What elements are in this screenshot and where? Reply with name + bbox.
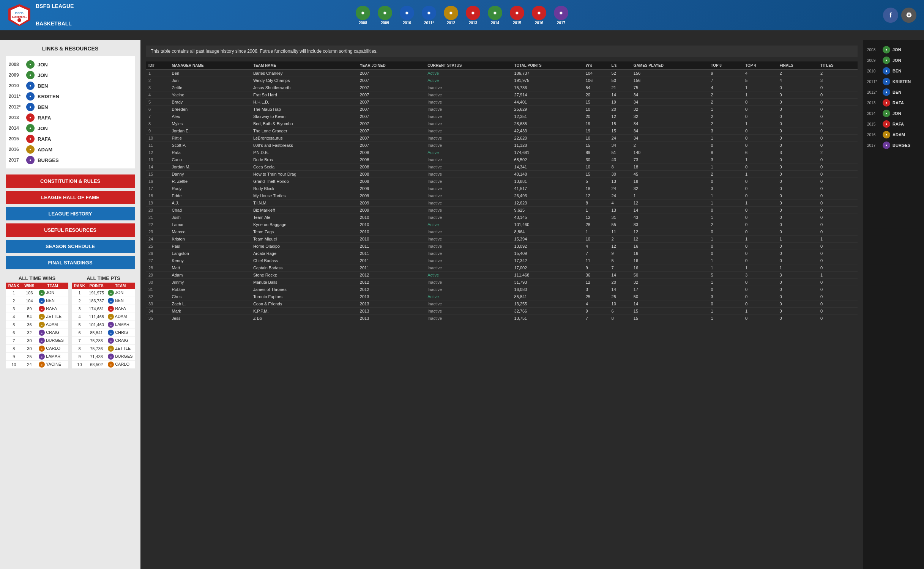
table-row: 20 Chad Biz Markieff 2009 Inactive 9,625… xyxy=(146,207,858,214)
table-row: 1 Ben Barles Charkley 2007 Active 186,73… xyxy=(146,70,858,77)
sidebar-champion-row: 2008●JON xyxy=(9,59,132,70)
table-row: 14 Jordan M. Coca Scola 2008 Inactive 14… xyxy=(146,163,858,171)
table-row: 23 Marcco Team Zags 2010 Inactive 8,864 … xyxy=(146,228,858,236)
table-row: 18 Edde My House Turtles 2009 Inactive 2… xyxy=(146,192,858,200)
champion-header-item: ●2011* xyxy=(422,6,436,25)
useful-resources-button[interactable]: USEFUL RESOURCES xyxy=(6,223,135,237)
table-row: 33 Zach L. Coon & Friends 2013 Inactive … xyxy=(146,300,858,308)
champion-header-item: ●2013 xyxy=(466,6,480,25)
right-champion-row: 2010●BEN xyxy=(867,66,920,76)
right-champion-row: 2011*●KRISTEN xyxy=(867,76,920,87)
table-header: YEAR JOINED xyxy=(358,61,425,70)
table-row: 26 Langston Arcata Rage 2011 Inactive 15… xyxy=(146,250,858,257)
table-notice: This table contains all past leauge hist… xyxy=(146,46,858,57)
season-schedule-button[interactable]: SEASON SCHEDULE xyxy=(6,240,135,253)
sidebar-champion-row: 2010●BEN xyxy=(9,80,132,91)
hall-of-fame-button[interactable]: LEAGUE HALL OF FAME xyxy=(6,191,135,204)
table-row: 22 Lamar Kyrie on Baggage 2010 Active 10… xyxy=(146,221,858,228)
right-sidebar: 2008●JON2009●JON2010●BEN2011*●KRISTEN201… xyxy=(863,40,924,569)
table-row: 1068,502● CARLO xyxy=(72,361,135,369)
table-row: 10 Flittie LeBrontosaurus 2007 Inactive … xyxy=(146,135,858,142)
all-time-pts-table: ALL TIME PTS RANK POINTS TEAM 1191,975● … xyxy=(72,275,135,369)
main-content: LINKS & RESOURCES 2008●JON2009●JON2010●B… xyxy=(0,40,924,569)
table-row: 5101,460● LAMAR xyxy=(72,321,135,329)
champion-list: 2008●JON2009●JON2010●BEN2011*●KRISTEN201… xyxy=(6,56,135,168)
right-champion-row: 2008●JON xyxy=(867,44,920,55)
table-row: 7 Alex Stairway to Kevin 2007 Inactive 1… xyxy=(146,113,858,120)
table-row: 1106● JON xyxy=(6,289,68,297)
final-standings-button[interactable]: FINAL STANDINGS xyxy=(6,256,135,269)
table-row: 536● ADAM xyxy=(6,321,68,329)
wins-wins-header: WINS xyxy=(22,283,37,289)
table-row: 1191,975● JON xyxy=(72,289,135,297)
main-table-area: This table contains all past leauge hist… xyxy=(140,40,863,569)
table-row: 830● CARLO xyxy=(6,345,68,353)
table-header: GAMES PLAYED xyxy=(631,61,709,70)
title-line1: BSFB LEAGUE xyxy=(36,3,74,9)
table-row: 9 Jordan E. The Lone Granger 2007 Inacti… xyxy=(146,127,858,135)
header-right: f ⚙ xyxy=(883,8,916,23)
champion-header-item: ●2016 xyxy=(532,6,546,25)
sidebar-champion-row: 2015●RAFA xyxy=(9,134,132,144)
table-row: 2104● BEN xyxy=(6,297,68,305)
logo-area: BSFB BASKETBALL BSFB LEAGUEBASKETBALL xyxy=(8,3,74,27)
table-row: 8 Myles Bed, Bath & Biyombo 2007 Inactiv… xyxy=(146,120,858,127)
table-header: TOP 8 xyxy=(708,61,743,70)
wins-team-header: TEAM xyxy=(37,283,68,289)
table-row: 27 Kenny Chief Badass 2011 Inactive 17,3… xyxy=(146,257,858,264)
table-row: 32 Chris Toronto Faptors 2013 Active 85,… xyxy=(146,293,858,300)
left-sidebar: LINKS & RESOURCES 2008●JON2009●JON2010●B… xyxy=(0,40,140,569)
league-table: ID#MANAGER NAMETEAM NAMEYEAR JOINEDCURRE… xyxy=(146,61,858,322)
header-champions: ●2008●2009●2010●2011*●2012●2013●2014●201… xyxy=(356,6,568,25)
title-line2: BASKETBALL xyxy=(36,21,74,27)
header: BSFB BASKETBALL BSFB LEAGUEBASKETBALL ●2… xyxy=(0,0,924,30)
svg-point-4 xyxy=(17,18,21,22)
champion-header-item: ●2012 xyxy=(444,6,458,25)
champion-header-item: ●2009 xyxy=(378,6,392,25)
table-row: 632● CRAIG xyxy=(6,329,68,337)
settings-button[interactable]: ⚙ xyxy=(901,8,916,23)
table-header: TOTAL POINTS xyxy=(512,61,583,70)
all-time-wins-table: ALL TIME WINS RANK WINS TEAM 1106● JON21… xyxy=(6,275,68,369)
pts-points-header: POINTS xyxy=(87,283,106,289)
table-row: 24 Kristen Team Miguel 2010 Inactive 15,… xyxy=(146,236,858,243)
pts-title: ALL TIME PTS xyxy=(72,275,135,281)
sidebar-champion-row: 2012*●BEN xyxy=(9,102,132,112)
table-row: 15 Danny How to Train Your Drag 2008 Ina… xyxy=(146,171,858,178)
right-champion-row: 2009●JON xyxy=(867,55,920,66)
table-row: 28 Matt Captain Badass 2011 Inactive 17,… xyxy=(146,264,858,272)
table-row: 30 Jimmy Manute Balls 2012 Inactive 31,7… xyxy=(146,279,858,286)
table-row: 971,438● BURGES xyxy=(72,353,135,361)
table-row: 19 A.J. T.I.N.M. 2009 Inactive 12,623 8 … xyxy=(146,200,858,207)
table-header: TITLES xyxy=(818,61,858,70)
table-row: 13 Carlo Dude Bros 2008 Inactive 68,502 … xyxy=(146,156,858,163)
champion-header-item: ●2017 xyxy=(554,6,568,25)
links-resources-title: LINKS & RESOURCES xyxy=(6,46,135,52)
table-row: 4111,468● ADAM xyxy=(72,313,135,321)
champion-header-item: ●2014 xyxy=(488,6,502,25)
svg-text:BASKETBALL: BASKETBALL xyxy=(12,16,27,18)
table-header: FINALS xyxy=(777,61,818,70)
table-row: 29 Adam Stone Rockz 2012 Active 111,468 … xyxy=(146,272,858,279)
champion-header-item: ●2008 xyxy=(356,6,370,25)
table-header: ID# xyxy=(146,61,170,70)
right-champion-row: 2014●JON xyxy=(867,108,920,119)
table-row: 454● ZETTLE xyxy=(6,313,68,321)
table-row: 25 Paul Home Oladipo 2011 Inactive 13,09… xyxy=(146,243,858,250)
league-history-button[interactable]: LEAGUE HISTORY xyxy=(6,207,135,220)
table-row: 685,841● CHRIS xyxy=(72,329,135,337)
table-row: 5 Brady H.H.L.D. 2007 Inactive 44,401 15… xyxy=(146,99,858,106)
table-row: 12 Rafa P.N.D.B. 2008 Active 174,681 89 … xyxy=(146,149,858,156)
facebook-button[interactable]: f xyxy=(883,8,898,23)
table-row: 2186,737● BEN xyxy=(72,297,135,305)
constitution-button[interactable]: CONSTITUTION & RULES xyxy=(6,174,135,188)
table-row: 2 Jon Windy City Champs 2007 Active 191,… xyxy=(146,77,858,84)
table-row: 6 Breeden The MauSTrap 2007 Inactive 25,… xyxy=(146,106,858,113)
table-row: 4 Yacine Frat So Hard 2007 Inactive 27,9… xyxy=(146,91,858,99)
table-row: 3 Zettle Jesus Shuttlesworth 2007 Inacti… xyxy=(146,84,858,91)
sub-header xyxy=(0,30,924,40)
table-header: W's xyxy=(583,61,609,70)
table-row: 875,736● ZETTLE xyxy=(72,345,135,353)
champion-header-item: ●2015 xyxy=(510,6,524,25)
sidebar-champion-row: 2017●BURGES xyxy=(9,155,132,165)
